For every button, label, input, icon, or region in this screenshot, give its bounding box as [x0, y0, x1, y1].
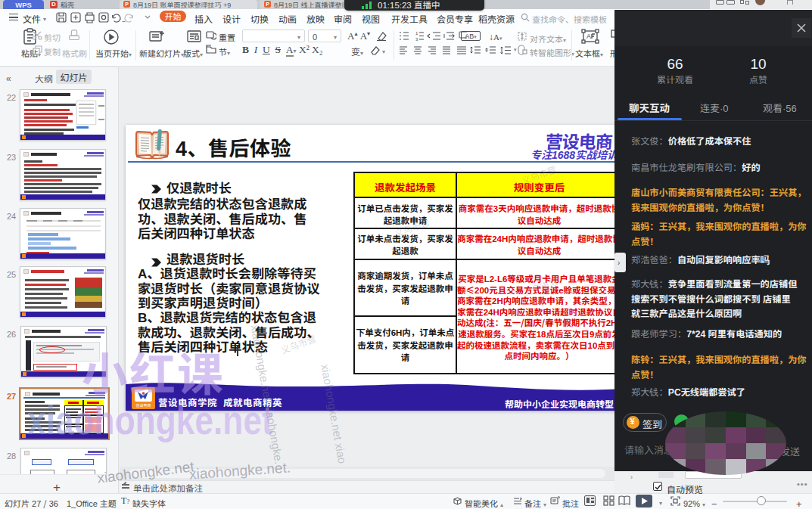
svg-text:A: A — [586, 31, 591, 41]
svg-text:3: 3 — [415, 36, 418, 41]
